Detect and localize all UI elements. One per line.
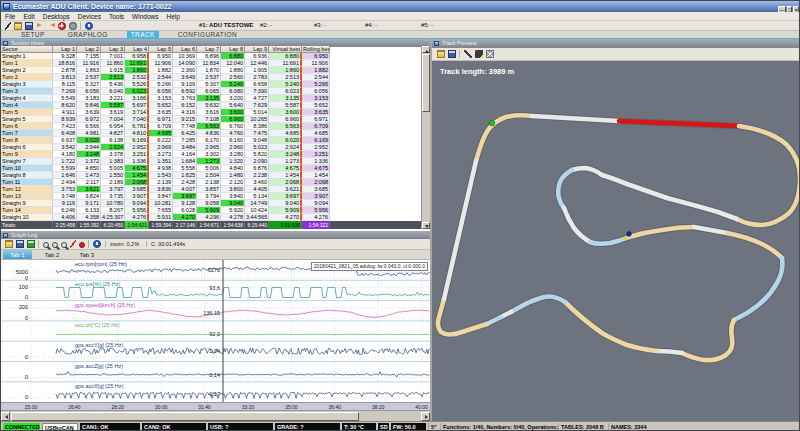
table-row[interactable]: Straight 22:8781:8631:9151:8601:8822:360… bbox=[1, 67, 421, 74]
column-header[interactable]: Sector bbox=[1, 46, 53, 53]
table-row[interactable]: Turn 54:9113:6393:6193:7143:6354:3163:61… bbox=[1, 109, 421, 116]
status-item-6: T: 30 °C bbox=[342, 423, 376, 431]
lap-time-cell: 12:446 bbox=[245, 60, 269, 67]
graph-hscrollbar[interactable] bbox=[1, 410, 430, 421]
download-icon[interactable] bbox=[47, 22, 55, 30]
export-log-icon[interactable] bbox=[27, 240, 35, 248]
scroll-down-icon[interactable] bbox=[422, 222, 430, 229]
column-header[interactable]: Lap 7 bbox=[197, 46, 221, 53]
table-row[interactable]: Turn 133:7483:8243:7353:9073:8473:6973:7… bbox=[1, 193, 421, 200]
column-header[interactable]: Lap 6 bbox=[173, 46, 197, 53]
wrench-icon[interactable] bbox=[464, 50, 472, 58]
table-row[interactable]: Turn 37:2696:0566:0406:0236:0566:5926:06… bbox=[1, 88, 421, 95]
record-icon[interactable] bbox=[79, 242, 85, 248]
tab-track[interactable]: TRACK bbox=[127, 31, 159, 38]
column-header[interactable]: Lap 9 bbox=[245, 46, 269, 53]
table-row[interactable]: Straight 99:1169:17110:7809:09410:2819:1… bbox=[1, 200, 421, 207]
tab-configuration[interactable]: CONFIGURATION bbox=[174, 31, 241, 38]
zoom-out-icon[interactable] bbox=[43, 242, 49, 248]
column-header[interactable]: Lap 8 bbox=[221, 46, 245, 53]
sector-name: Turn 2 bbox=[1, 74, 53, 81]
graph-tab-3[interactable]: Tab 3 bbox=[72, 250, 101, 259]
menu-item-tools[interactable]: Tools bbox=[109, 13, 124, 20]
trigger-icon[interactable] bbox=[70, 240, 76, 248]
table-row[interactable]: Turn 94:1803:2483:3783:2513:2734:1643:30… bbox=[1, 151, 421, 158]
table-row[interactable]: Turn 86:9376:0206:1386:1696:2227:2856:17… bbox=[1, 137, 421, 144]
menu-item-windows[interactable]: Windows bbox=[132, 13, 158, 20]
scroll-thumb[interactable] bbox=[422, 54, 430, 112]
stop-icon[interactable] bbox=[58, 22, 66, 30]
table-row[interactable]: Turn 146:2466:1338:2675:9567:6556:0285:9… bbox=[1, 207, 421, 214]
lap-time-cell: 2:189 bbox=[101, 179, 125, 186]
menu-item-file[interactable]: File bbox=[5, 13, 15, 20]
open-track-icon[interactable] bbox=[437, 50, 445, 58]
open-icon[interactable] bbox=[14, 22, 22, 30]
trace-1 bbox=[56, 288, 430, 298]
device-slot-4[interactable]: #4: - bbox=[365, 22, 377, 28]
table-row[interactable]: Straight 71:7221:3721:3831:3361:3511:684… bbox=[1, 158, 421, 165]
table-row[interactable]: Turn 76:4084:9814:8274:8104:6856:4254:83… bbox=[1, 130, 421, 137]
table-row[interactable]: Turn 23:8132:5372:5132:5322:5443:6492:53… bbox=[1, 74, 421, 81]
table-row[interactable]: Turn 112:4942:1172:1892:0682:1392:4282:1… bbox=[1, 179, 421, 186]
table-row[interactable]: Turn 105:5994:8505:0054:6754:9385:5585:0… bbox=[1, 165, 421, 172]
menu-item-edit[interactable]: Edit bbox=[23, 13, 34, 20]
graph-area[interactable]: ecu.rpm[rpm] (25 Hz)500006270ecu.tps[%] … bbox=[1, 260, 430, 402]
graph-tab-2[interactable]: Tab 2 bbox=[38, 250, 67, 259]
track-canvas[interactable]: Track length: 3989 m bbox=[432, 61, 800, 421]
lap-time-cell: 6:880 bbox=[269, 53, 302, 60]
table-row[interactable]: Straight 19:3287:1557:0016:9586:95010:36… bbox=[1, 53, 421, 60]
device-slot-3[interactable]: #3: - bbox=[314, 22, 326, 28]
lap-time-cell: 1:504 bbox=[197, 172, 221, 179]
upload-icon[interactable] bbox=[36, 22, 44, 30]
column-header[interactable]: Lap 2 bbox=[77, 46, 101, 53]
settings-icon[interactable] bbox=[69, 22, 77, 30]
tab-graphlog[interactable]: GRAPHLOG bbox=[64, 31, 112, 38]
table-row[interactable]: Turn 123:7533:6213:7973:6853:8364:0073:8… bbox=[1, 186, 421, 193]
lap-time-cell: 6:133 bbox=[77, 207, 101, 214]
column-header[interactable]: Virtual best bbox=[269, 46, 302, 53]
open-log-icon[interactable] bbox=[5, 240, 13, 248]
zoom-in-icon[interactable] bbox=[52, 242, 58, 248]
menu-item-devices[interactable]: Devices bbox=[78, 13, 101, 20]
table-row[interactable]: Straight 38:1155:3275:4365:5265:2669:109… bbox=[1, 81, 421, 88]
table-row[interactable]: Turn 67:4236:5666:9546:7816:7097:7486:56… bbox=[1, 123, 421, 130]
table-row[interactable]: Turn 48:6205:8465:5875:6975:6526:1525:63… bbox=[1, 102, 421, 109]
device-slot-1[interactable]: #1: ADU TESTOWE bbox=[199, 22, 253, 28]
connect-icon[interactable] bbox=[5, 22, 11, 30]
menu-item-help[interactable]: Help bbox=[166, 13, 179, 20]
table-row[interactable]: Straight 81:6461:4731:5501:4541:5431:625… bbox=[1, 172, 421, 179]
table-row[interactable]: Straight 63:5422:9442:9242:9522:9693:484… bbox=[1, 144, 421, 151]
save-icon[interactable] bbox=[25, 22, 33, 30]
hscroll-thumb[interactable] bbox=[11, 412, 359, 421]
save-log-icon[interactable] bbox=[16, 240, 24, 248]
edit-track-icon[interactable] bbox=[475, 50, 483, 58]
lap-time-cell: 3:600 bbox=[221, 109, 245, 116]
column-header[interactable]: Lap 3 bbox=[101, 46, 125, 53]
scroll-right-icon[interactable] bbox=[421, 412, 430, 421]
clear-track-icon[interactable] bbox=[486, 50, 494, 58]
zoom-select-icon[interactable] bbox=[61, 242, 67, 248]
column-header[interactable]: Rolling best bbox=[302, 46, 330, 53]
device-slot-5[interactable]: #5: - bbox=[421, 22, 433, 28]
table-row[interactable]: Turn 118:81611:91611:86011:69111:90614:0… bbox=[1, 60, 421, 67]
column-header[interactable]: Lap 1 bbox=[53, 46, 77, 53]
y-min-label: 0 bbox=[25, 275, 28, 281]
column-header[interactable]: Lap 4 bbox=[125, 46, 149, 53]
save-track-icon[interactable] bbox=[448, 50, 456, 58]
table-row[interactable]: Straight 104:4064:3584:25:3074:2765:9314… bbox=[1, 214, 421, 221]
table-row[interactable]: Straight 58:9396:9727:0047:0406:9719:215… bbox=[1, 116, 421, 123]
graph-help-icon[interactable] bbox=[93, 240, 101, 248]
scroll-left-icon[interactable] bbox=[1, 412, 10, 421]
table-vscrollbar[interactable] bbox=[421, 46, 430, 229]
device-slot-2[interactable]: #2: - bbox=[260, 22, 272, 28]
title-bar[interactable]: Ecumaster ADU Client. Device name: 1771-… bbox=[1, 1, 800, 12]
graph-tab-1[interactable]: Tab 1 bbox=[3, 250, 32, 259]
menu-item-desktops[interactable]: Desktops bbox=[43, 13, 70, 20]
lap-time-cell: 1:625 bbox=[173, 172, 197, 179]
help-icon[interactable] bbox=[85, 22, 93, 30]
tab-setup[interactable]: SETUP bbox=[17, 31, 49, 38]
track-segment-wheat bbox=[737, 126, 800, 225]
table-row[interactable]: Straight 45:5493:1833:2213:1663:1533:763… bbox=[1, 95, 421, 102]
column-header[interactable]: Lap 5 bbox=[149, 46, 173, 53]
scroll-up-icon[interactable] bbox=[422, 46, 430, 53]
